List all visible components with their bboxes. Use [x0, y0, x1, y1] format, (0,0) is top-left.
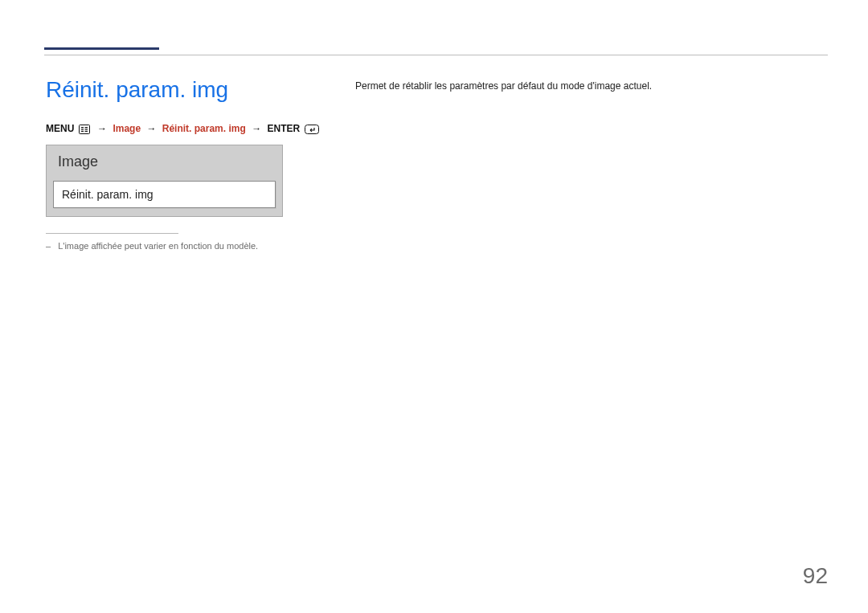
- svg-rect-3: [81, 131, 84, 132]
- svg-rect-2: [81, 129, 84, 129]
- enter-icon: [305, 125, 319, 134]
- svg-rect-4: [84, 127, 88, 128]
- svg-rect-1: [81, 127, 84, 128]
- svg-rect-0: [79, 125, 89, 133]
- svg-rect-6: [84, 131, 88, 132]
- breadcrumb-image: Image: [113, 123, 141, 134]
- page-number: 92: [803, 563, 828, 589]
- top-rule: [44, 55, 828, 55]
- section-description: Permet de rétablir les paramètres par dé…: [355, 80, 652, 92]
- menu-icon: [79, 125, 90, 134]
- arrow-icon: →: [97, 123, 107, 134]
- arrow-icon: →: [252, 123, 261, 134]
- breadcrumb-enter-label: ENTER: [267, 123, 300, 134]
- breadcrumb-menu-label: MENU: [46, 123, 74, 134]
- document-page: Réinit. param. img MENU → Image → Réinit…: [0, 0, 868, 613]
- page-title: Réinit. param. img: [46, 77, 228, 103]
- breadcrumb: MENU → Image → Réinit. param. img → ENTE…: [46, 123, 319, 134]
- image-panel: Image Réinit. param. img: [46, 145, 283, 217]
- footnote-text: L'image affichée peut varier en fonction…: [58, 241, 258, 251]
- top-rule-accent: [44, 47, 159, 50]
- arrow-icon: →: [146, 123, 156, 134]
- reset-picture-row: Réinit. param. img: [53, 181, 276, 208]
- breadcrumb-reset: Réinit. param. img: [162, 123, 246, 134]
- reset-picture-label: Réinit. param. img: [62, 188, 154, 201]
- svg-rect-5: [84, 129, 88, 129]
- footnote-rule: [46, 233, 178, 234]
- footnote-dash: –: [46, 241, 51, 251]
- image-panel-title: Image: [58, 153, 98, 170]
- footnote: – L'image affichée peut varier en foncti…: [46, 241, 258, 251]
